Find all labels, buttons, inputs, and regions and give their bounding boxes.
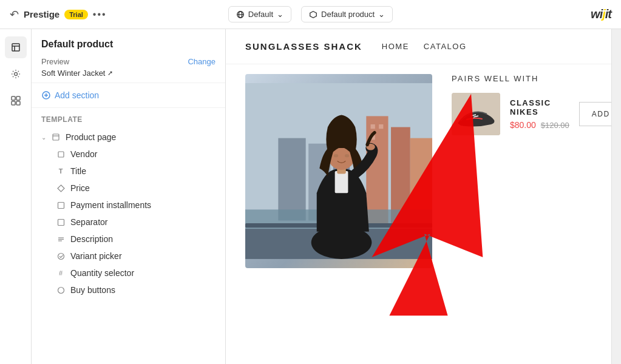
globe-chevron: ⌄	[277, 10, 283, 19]
add-section-label: Add section	[55, 90, 99, 100]
buy-buttons-icon	[56, 285, 66, 295]
topbar-center: Default ⌄ Default product ⌄	[228, 6, 393, 22]
product-info: CLASSIC NIKES $80.00 $120.00	[510, 98, 569, 130]
template-section: Template ⌄ Product page Vendor T Title	[32, 108, 225, 364]
svg-rect-9	[16, 96, 20, 100]
svg-rect-19	[58, 202, 64, 208]
nav-catalog[interactable]: CATALOG	[424, 42, 467, 51]
variant-icon	[56, 251, 66, 261]
right-thin-sidebar	[611, 29, 621, 364]
store-nav: SUNGLASSES SHACK HOME CATALOG	[226, 29, 611, 64]
tree-item-variant-picker[interactable]: Variant picker	[41, 248, 215, 265]
preview-row: Preview Change	[41, 57, 215, 66]
product-right-col: PAIRS WELL WITH	[432, 64, 611, 358]
product-label: Default product	[321, 10, 375, 19]
separator-icon	[56, 217, 66, 227]
tree-item-quantity-selector[interactable]: # Quantity selector	[41, 265, 215, 281]
store-content: PAIRS WELL WITH	[226, 64, 611, 358]
panel-title: Default product	[41, 39, 215, 50]
tree-item-buy-buttons[interactable]: Buy buttons	[41, 281, 215, 298]
product-card-price: $80.00 $120.00	[510, 120, 569, 130]
svg-rect-20	[58, 219, 64, 225]
product-card-name: CLASSIC NIKES	[510, 98, 569, 116]
sidebar-icon-blocks[interactable]	[5, 90, 27, 112]
svg-rect-31	[379, 124, 383, 129]
nav-home[interactable]: HOME	[382, 42, 409, 51]
svg-rect-4	[12, 44, 19, 51]
app-name: Prestige	[24, 9, 59, 19]
panel-header: Default product Preview Change Soft Wint…	[32, 29, 225, 83]
svg-point-43	[334, 154, 338, 157]
store-brand: SUNGLASSES SHACK	[245, 41, 362, 52]
product-thumb-svg	[452, 93, 500, 135]
tree-item-title[interactable]: T Title	[41, 163, 215, 180]
change-link[interactable]: Change	[188, 57, 215, 66]
product-image-col	[226, 64, 432, 358]
vendor-icon	[56, 149, 66, 159]
svg-rect-10	[12, 101, 15, 105]
price-new: $80.00	[510, 120, 536, 130]
svg-point-7	[14, 73, 17, 76]
product-chevron: ⌄	[378, 10, 385, 19]
wijit-logo: wijit	[591, 7, 611, 21]
product-card: CLASSIC NIKES $80.00 $120.00 ADD TO CART	[452, 93, 592, 135]
price-old: $120.00	[541, 121, 569, 130]
svg-marker-18	[58, 185, 64, 192]
topbar-right: wijit	[399, 7, 611, 21]
topbar-left: ↶ Prestige Trial •••	[10, 8, 222, 21]
svg-rect-30	[371, 124, 375, 129]
default-product-button[interactable]: Default product ⌄	[301, 6, 393, 22]
globe-label: Default	[248, 10, 273, 19]
price-icon	[56, 183, 66, 193]
default-globe-button[interactable]: Default ⌄	[228, 6, 291, 22]
add-to-cart-button[interactable]: ADD TO CART	[579, 102, 611, 126]
external-link-icon[interactable]: ➚	[107, 69, 113, 77]
svg-rect-40	[335, 171, 348, 193]
topbar: ↶ Prestige Trial ••• Default ⌄ Default p…	[0, 0, 621, 29]
sidebar-icon-settings[interactable]	[5, 63, 27, 85]
left-panel: Default product Preview Change Soft Wint…	[32, 29, 226, 364]
more-menu-icon[interactable]: •••	[93, 9, 107, 20]
svg-rect-33	[278, 138, 305, 221]
tree-item-product-page[interactable]: ⌄ Product page	[41, 129, 215, 146]
tree-item-vendor[interactable]: Vendor	[41, 146, 215, 163]
pairs-well-title: PAIRS WELL WITH	[452, 74, 592, 83]
product-thumbnail	[452, 93, 500, 135]
product-page-icon	[51, 132, 61, 142]
svg-point-24	[58, 253, 64, 259]
tree-item-description[interactable]: Description	[41, 231, 215, 248]
back-icon[interactable]: ↶	[10, 8, 19, 21]
svg-rect-11	[16, 101, 20, 105]
main-layout: Default product Preview Change Soft Wint…	[0, 29, 621, 364]
payment-icon	[56, 200, 66, 210]
trial-badge: Trial	[64, 10, 88, 19]
tree-item-payment-installments[interactable]: Payment installments	[41, 197, 215, 214]
svg-point-25	[58, 287, 64, 293]
tree-item-separator[interactable]: Separator	[41, 214, 215, 231]
chevron-icon: ⌄	[41, 134, 46, 141]
preview-area: SUNGLASSES SHACK HOME CATALOG	[226, 29, 611, 364]
add-section-button[interactable]: Add section	[32, 83, 225, 108]
description-icon	[56, 234, 66, 244]
store-nav-links: HOME CATALOG	[382, 42, 467, 51]
add-section-icon	[41, 90, 51, 100]
sidebar-icon-layers[interactable]	[5, 36, 27, 58]
store-preview: SUNGLASSES SHACK HOME CATALOG	[226, 29, 611, 364]
icon-sidebar	[0, 29, 32, 364]
svg-rect-15	[53, 134, 59, 140]
product-image	[245, 74, 432, 268]
preview-product-name: Soft Winter Jacket ➚	[41, 69, 215, 78]
svg-marker-3	[310, 11, 317, 18]
tree-item-price[interactable]: Price	[41, 180, 215, 197]
preview-label: Preview	[41, 57, 69, 66]
svg-rect-8	[12, 96, 15, 100]
quantity-icon: #	[56, 268, 66, 278]
svg-rect-17	[58, 152, 64, 157]
title-icon: T	[56, 166, 66, 176]
svg-point-44	[345, 154, 349, 157]
template-label: Template	[41, 115, 215, 124]
product-photo-svg	[245, 74, 432, 268]
